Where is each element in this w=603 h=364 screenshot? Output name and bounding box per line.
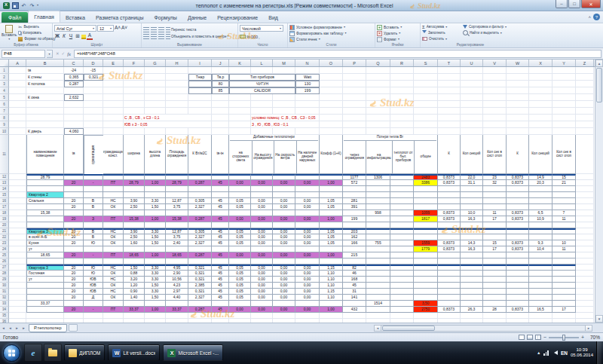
cell-R24[interactable] [390,246,414,252]
row-header-2[interactable]: 2 [0,74,9,81]
cell-Y32[interactable] [552,295,576,301]
column-header-E[interactable]: E [103,60,124,66]
cell-G14[interactable] [145,186,166,192]
wrap-text-button[interactable]: Перенос текста [166,27,228,32]
cell-X11[interactable]: Кол секций [529,135,552,174]
cell-Z29[interactable] [576,277,594,283]
cell-A20[interactable] [9,222,26,228]
cell-M10[interactable] [273,128,295,135]
cell-J24[interactable] [212,246,229,252]
cell-T33[interactable] [438,301,461,307]
cell-Z3[interactable] [576,81,594,87]
cell-C7[interactable] [64,108,84,115]
cell-A22[interactable] [9,234,26,240]
cell-X3[interactable] [529,81,552,87]
cell-K23[interactable]: 0,05 [229,240,251,246]
cell-I14[interactable] [188,186,212,192]
cell-I34[interactable]: 0,287 [188,307,212,313]
cell-O30[interactable]: 1,10 [320,283,343,289]
cell-X19[interactable]: 10,9 [529,216,552,222]
cell-N25[interactable]: 0,00 [295,252,320,258]
cell-F27[interactable]: 1,50 [124,265,145,271]
cell-X8[interactable] [529,115,552,121]
column-header-B[interactable]: B [26,60,64,66]
insert-cells-button[interactable]: +Вставить▾ [377,24,418,30]
cell-H19[interactable]: 15,38 [166,216,188,222]
cell-I24[interactable] [188,246,212,252]
cell-Z11[interactable] [576,135,594,174]
cell-T2[interactable] [438,74,461,81]
cell-B28[interactable]: Гостиная [26,271,64,277]
cell-P15[interactable] [343,192,366,198]
cell-M6[interactable] [273,101,295,108]
cell-F26[interactable] [124,258,145,265]
cell-N7[interactable] [295,108,320,115]
cell-N34[interactable]: 0,00 [295,307,320,313]
cell-X21[interactable] [529,228,552,234]
cell-T29[interactable] [438,277,461,283]
cell-E8[interactable] [103,115,124,121]
cell-Z2[interactable] [576,74,594,81]
cell-D20[interactable] [84,222,103,228]
cell-V25[interactable] [483,252,507,258]
cell-Q3[interactable] [366,81,390,87]
merge-center-button[interactable]: Объединить и поместить в центре▾ [166,34,228,39]
cell-F8[interactable]: С ,В , СВ , з СЗ - 0,1 [124,115,212,121]
cell-A11[interactable] [9,135,26,174]
cell-D31[interactable]: ЮВ [84,289,103,295]
column-header-P[interactable]: P [343,60,366,66]
cell-B29[interactable]: ут [26,277,64,283]
cell-X28[interactable] [529,271,552,277]
cell-I1[interactable] [188,67,212,74]
cell-T23[interactable]: 0,8373 [438,240,461,246]
cell-O6[interactable] [320,101,343,108]
cell-U35[interactable] [461,313,483,319]
cell-J30[interactable]: 45 [212,283,229,289]
cell-L25[interactable]: 0,00 [251,252,273,258]
cell-A28[interactable] [9,271,26,277]
cell-Q12[interactable]: 1306 [366,174,390,180]
cell-C29[interactable]: 20 [64,277,84,283]
cell-L17[interactable]: 0,00 [251,204,273,210]
align-middle-icon[interactable] [151,27,157,32]
cell-U32[interactable] [461,295,483,301]
cell-H5[interactable] [166,94,188,101]
cell-X20[interactable] [529,222,552,228]
tray-expand-icon[interactable]: ▲ [537,350,540,355]
format-as-table-button[interactable]: Форматировать как таблицу▾ [289,30,373,36]
row-header-12[interactable]: 12 [0,174,9,180]
cell-B14[interactable] [26,186,64,192]
cell-M33[interactable] [273,301,295,307]
undo-button[interactable]: ↶ [20,2,27,9]
tab-Вид[interactable]: Вид [263,12,283,23]
cell-F25[interactable]: 18,65 [124,252,145,258]
row-header-8[interactable]: 8 [0,115,9,121]
cell-X1[interactable] [529,67,552,74]
cell-U8[interactable] [461,115,483,121]
cell-L32[interactable]: 0,00 [251,295,273,301]
cell-S24[interactable]: 1779 [414,246,438,252]
cell-K17[interactable]: 0,05 [229,204,251,210]
cell-V31[interactable] [483,289,507,295]
cell-W15[interactable] [507,192,529,198]
cell-D33[interactable] [84,301,103,307]
cell-T25[interactable] [438,252,461,258]
cell-H4[interactable] [166,87,188,94]
cell-F32[interactable]: 1,40 [124,295,145,301]
cell-F5[interactable] [124,94,145,101]
cell-G29[interactable]: 3,30 [145,277,166,283]
cell-M20[interactable] [273,222,295,228]
cell-A10[interactable] [9,128,26,135]
formula-input[interactable]: =H48*I48*J48*O48 [74,50,601,58]
cell-Q19[interactable] [366,216,390,222]
cell-V29[interactable] [483,277,507,283]
column-header-F[interactable]: F [124,60,145,66]
cell-M23[interactable]: 0,00 [273,240,295,246]
cell-E6[interactable] [103,101,124,108]
cell-N6[interactable] [295,101,320,108]
cell-G5[interactable] [145,94,166,101]
cell-P29[interactable]: 168 [343,277,366,283]
cell-M32[interactable]: 0,00 [273,295,295,301]
copy-button[interactable]: Копировать [18,30,55,35]
cell-E16[interactable]: НС [103,198,124,204]
